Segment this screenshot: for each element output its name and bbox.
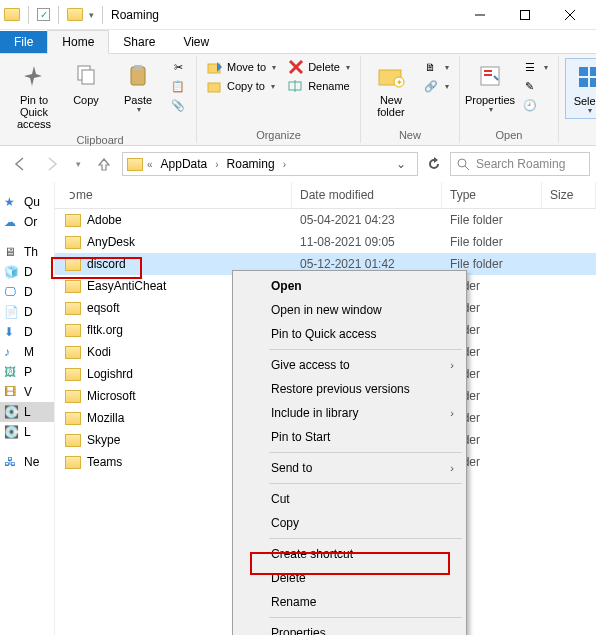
copy-icon xyxy=(70,60,102,92)
history-button[interactable]: 🕘 xyxy=(518,96,552,114)
new-item-icon: 🗎 xyxy=(423,59,439,75)
group-label xyxy=(565,139,596,141)
back-button[interactable] xyxy=(6,152,34,176)
crumb-appdata[interactable]: AppData xyxy=(157,157,212,171)
new-item-button[interactable]: 🗎▾ xyxy=(419,58,453,76)
copy-to-button[interactable]: Copy to▾ xyxy=(203,77,280,95)
up-button[interactable] xyxy=(90,152,118,176)
history-dropdown[interactable]: ▾ xyxy=(70,152,86,176)
ctx-pin-quick-access[interactable]: Pin to Quick access xyxy=(235,322,464,346)
nav-item[interactable]: 🖼P xyxy=(0,362,54,382)
ctx-rename[interactable]: Rename xyxy=(235,590,464,614)
folder-icon xyxy=(65,434,81,447)
list-header[interactable]: ɔme Date modified Type Size xyxy=(55,182,596,209)
nav-item[interactable]: ☁Or xyxy=(0,212,54,232)
nav-item[interactable]: ♪M xyxy=(0,342,54,362)
chevron-right-icon[interactable]: › xyxy=(281,159,288,170)
copy-button[interactable]: Copy xyxy=(62,58,110,108)
search-input[interactable]: Search Roaming xyxy=(450,152,590,176)
edit-button[interactable]: ✎ xyxy=(518,77,552,95)
folder-icon xyxy=(65,346,81,359)
pictures-icon: 🖼 xyxy=(4,365,20,379)
nav-item[interactable]: 🖥Th xyxy=(0,242,54,262)
tab-view[interactable]: View xyxy=(169,31,223,53)
nav-item[interactable]: 💽L xyxy=(0,422,54,442)
move-to-button[interactable]: Move to▾ xyxy=(203,58,280,76)
file-date: 05-12-2021 01:42 xyxy=(292,257,442,271)
cut-button[interactable]: ✂ xyxy=(166,58,190,76)
table-row[interactable]: AnyDesk11-08-2021 09:05File folder xyxy=(55,231,596,253)
nav-item[interactable]: 📄D xyxy=(0,302,54,322)
file-name: Logishrd xyxy=(87,367,133,381)
shortcut-icon: 📎 xyxy=(170,97,186,113)
delete-x-icon xyxy=(288,59,304,75)
maximize-button[interactable] xyxy=(502,1,547,29)
tab-home[interactable]: Home xyxy=(47,30,109,54)
nav-item[interactable]: 🖧Ne xyxy=(0,452,54,472)
properties-icon xyxy=(474,60,506,92)
ctx-open-new-window[interactable]: Open in new window xyxy=(235,298,464,322)
ctx-restore-previous[interactable]: Restore previous versions xyxy=(235,377,464,401)
column-type[interactable]: Type xyxy=(442,182,542,208)
pin-to-quick-access-button[interactable]: Pin to Quick access xyxy=(10,58,58,132)
ctx-include-library[interactable]: Include in library› xyxy=(235,401,464,425)
nav-item[interactable]: 💽L xyxy=(0,402,54,422)
network-icon: 🖧 xyxy=(4,455,20,469)
nav-item[interactable]: ⬇D xyxy=(0,322,54,342)
column-name[interactable]: ɔme xyxy=(55,182,292,208)
nav-item[interactable]: 🖵D xyxy=(0,282,54,302)
forward-button[interactable] xyxy=(38,152,66,176)
qat-dropdown-icon[interactable]: ▾ xyxy=(89,10,94,20)
ctx-send-to[interactable]: Send to› xyxy=(235,456,464,480)
folder-icon xyxy=(65,390,81,403)
ctx-cut[interactable]: Cut xyxy=(235,487,464,511)
group-organize: Move to▾ Copy to▾ Delete▾ Rename Organiz… xyxy=(197,56,361,143)
select-button[interactable]: Select▾ xyxy=(565,58,596,119)
ctx-pin-start[interactable]: Pin to Start xyxy=(235,425,464,449)
navigation-pane[interactable]: ★Qu ☁Or 🖥Th 🧊D 🖵D 📄D ⬇D ♪M 🖼P 🎞V 💽L 💽L 🖧… xyxy=(0,182,55,635)
new-folder-button[interactable]: ✦ New folder xyxy=(367,58,415,120)
properties-button[interactable]: Properties▾ xyxy=(466,58,514,117)
ctx-copy[interactable]: Copy xyxy=(235,511,464,535)
disk-icon: 💽 xyxy=(4,405,20,419)
table-row[interactable]: Adobe05-04-2021 04:23File folder xyxy=(55,209,596,231)
crumb-roaming[interactable]: Roaming xyxy=(223,157,279,171)
edit-icon: ✎ xyxy=(522,78,538,94)
column-size[interactable]: Size xyxy=(542,182,596,208)
qat-checkbox-icon[interactable]: ✓ xyxy=(37,8,50,21)
ctx-properties[interactable]: Properties xyxy=(235,621,464,635)
refresh-button[interactable] xyxy=(422,152,446,176)
chevron-right-icon: › xyxy=(450,462,454,474)
ctx-give-access-to[interactable]: Give access to› xyxy=(235,353,464,377)
ribbon: Pin to Quick access Copy Paste▾ ✂ 📋 📎 Cl… xyxy=(0,54,596,146)
separator xyxy=(269,617,462,618)
copy-path-button[interactable]: 📋 xyxy=(166,77,190,95)
tab-file[interactable]: File xyxy=(0,31,47,53)
separator xyxy=(269,483,462,484)
ctx-open[interactable]: Open xyxy=(235,274,464,298)
paste-shortcut-button[interactable]: 📎 xyxy=(166,96,190,114)
chevron-right-icon[interactable]: › xyxy=(213,159,220,170)
tab-share[interactable]: Share xyxy=(109,31,169,53)
rename-button[interactable]: Rename xyxy=(284,77,354,95)
easy-access-icon: 🔗 xyxy=(423,78,439,94)
easy-access-button[interactable]: 🔗▾ xyxy=(419,77,453,95)
open-button[interactable]: ☰▾ xyxy=(518,58,552,76)
nav-item[interactable]: ★Qu xyxy=(0,192,54,212)
select-icon xyxy=(573,61,596,93)
nav-item[interactable]: 🧊D xyxy=(0,262,54,282)
paste-button[interactable]: Paste▾ xyxy=(114,58,162,117)
file-name: fltk.org xyxy=(87,323,123,337)
minimize-button[interactable] xyxy=(457,1,502,29)
column-date[interactable]: Date modified xyxy=(292,182,442,208)
ctx-delete[interactable]: Delete xyxy=(235,566,464,590)
close-button[interactable] xyxy=(547,1,592,29)
chevron-right-icon[interactable]: « xyxy=(145,159,155,170)
ctx-create-shortcut[interactable]: Create shortcut xyxy=(235,542,464,566)
file-name: eqsoft xyxy=(87,301,120,315)
svg-rect-7 xyxy=(134,65,142,70)
nav-item[interactable]: 🎞V xyxy=(0,382,54,402)
delete-button[interactable]: Delete▾ xyxy=(284,58,354,76)
address-dropdown[interactable]: ⌄ xyxy=(389,152,413,176)
breadcrumb[interactable]: « AppData › Roaming › ⌄ xyxy=(122,152,418,176)
